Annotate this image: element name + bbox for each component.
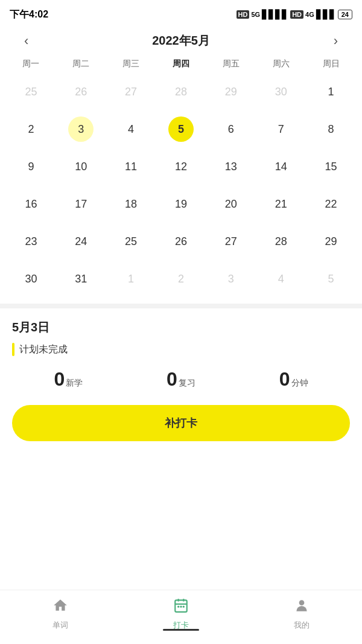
stats-row: 0新学0复习0分钟 xyxy=(12,368,350,391)
day-cell[interactable]: 30 xyxy=(256,73,306,110)
status-bar: 下午4:02 HD 5G ▋▋▋▋ HD 4G ▋▋▋ 24 xyxy=(0,0,362,27)
stat-number: 0 xyxy=(54,368,65,391)
day-cell[interactable]: 19 xyxy=(156,185,206,223)
network-4g: 4G xyxy=(305,11,314,18)
day-cell[interactable]: 26 xyxy=(156,223,206,260)
day-cell[interactable]: 27 xyxy=(106,73,156,110)
day-cell[interactable]: 1 xyxy=(306,73,356,110)
day-cell[interactable]: 23 xyxy=(6,223,56,260)
day-cell[interactable]: 29 xyxy=(206,73,256,110)
svg-point-7 xyxy=(299,600,305,605)
prev-month-button[interactable]: ‹ xyxy=(18,31,34,51)
nav-item-打卡[interactable]: 打卡 xyxy=(157,598,205,631)
calendar-header: ‹ 2022年5月 › xyxy=(0,27,362,55)
day-cell[interactable]: 10 xyxy=(56,148,106,185)
day-cell[interactable]: 21 xyxy=(256,185,306,223)
svg-point-4 xyxy=(177,606,179,608)
day-cell[interactable]: 28 xyxy=(256,223,306,260)
day-cell[interactable]: 11 xyxy=(106,148,156,185)
day-cell[interactable]: 13 xyxy=(206,148,256,185)
detail-section: 5月3日 计划未完成 0新学0复习0分钟 补打卡 xyxy=(0,308,362,459)
weekday-sat: 周六 xyxy=(256,55,306,73)
weekday-wed: 周三 xyxy=(106,55,156,73)
calendar-title: 2022年5月 xyxy=(152,33,210,49)
nav-item-单词[interactable]: 单词 xyxy=(36,598,84,631)
plan-status-label: 计划未完成 xyxy=(19,343,68,356)
day-cell[interactable]: 22 xyxy=(306,185,356,223)
stat-number: 0 xyxy=(167,368,177,391)
nav-icon-打卡 xyxy=(173,598,189,617)
day-cell[interactable]: 16 xyxy=(6,185,56,223)
day-cell[interactable]: 18 xyxy=(106,185,156,223)
day-cell[interactable]: 15 xyxy=(306,148,356,185)
day-cell[interactable]: 29 xyxy=(306,223,356,260)
day-cell[interactable]: 2 xyxy=(6,110,56,148)
weekday-mon: 周一 xyxy=(6,55,56,73)
day-cell[interactable]: 31 xyxy=(56,260,106,298)
selected-date: 5月3日 xyxy=(12,319,350,336)
day-cell[interactable]: 4 xyxy=(106,110,156,148)
nav-item-我的[interactable]: 我的 xyxy=(278,598,326,631)
day-cell[interactable]: 5 xyxy=(156,110,206,148)
section-divider xyxy=(0,304,362,308)
nav-label-我的: 我的 xyxy=(294,620,310,631)
day-cell[interactable]: 20 xyxy=(206,185,256,223)
stat-unit: 分钟 xyxy=(291,378,308,389)
stat-item: 0新学 xyxy=(54,368,83,391)
calendar-grid: 2526272829301234567891011121314151617181… xyxy=(0,73,362,298)
day-cell[interactable]: 1 xyxy=(106,260,156,298)
bottom-nav: 单词打卡我的 xyxy=(0,590,362,644)
day-cell[interactable]: 4 xyxy=(256,260,306,298)
active-tab-indicator xyxy=(163,629,199,631)
stat-unit: 新学 xyxy=(66,378,83,389)
status-time: 下午4:02 xyxy=(10,8,48,21)
hd-badge: HD xyxy=(237,10,250,19)
weekday-tue: 周二 xyxy=(56,55,106,73)
day-cell[interactable]: 28 xyxy=(156,73,206,110)
stat-unit: 复习 xyxy=(179,378,195,389)
signal-bars-2: ▋▋▋ xyxy=(316,10,336,19)
checkin-button[interactable]: 补打卡 xyxy=(12,405,350,441)
day-cell[interactable]: 27 xyxy=(206,223,256,260)
stat-item: 0复习 xyxy=(167,368,195,391)
svg-point-5 xyxy=(180,606,182,608)
nav-icon-我的 xyxy=(294,598,310,617)
day-cell[interactable]: 7 xyxy=(256,110,306,148)
day-cell[interactable]: 30 xyxy=(6,260,56,298)
day-cell[interactable]: 3 xyxy=(206,260,256,298)
day-cell[interactable]: 24 xyxy=(56,223,106,260)
day-cell[interactable]: 12 xyxy=(156,148,206,185)
network-5g: 5G xyxy=(251,11,260,18)
hd-badge-2: HD xyxy=(290,10,303,19)
weekday-thu: 周四 xyxy=(156,55,206,73)
day-cell[interactable]: 26 xyxy=(56,73,106,110)
day-cell[interactable]: 5 xyxy=(306,260,356,298)
stat-item: 0分钟 xyxy=(279,368,308,391)
svg-point-6 xyxy=(183,606,185,608)
day-cell[interactable]: 25 xyxy=(106,223,156,260)
plan-status-bar xyxy=(12,343,14,356)
plan-status-row: 计划未完成 xyxy=(12,343,350,356)
day-cell[interactable]: 14 xyxy=(256,148,306,185)
day-cell[interactable]: 9 xyxy=(6,148,56,185)
nav-label-单词: 单词 xyxy=(52,620,68,631)
day-cell[interactable]: 8 xyxy=(306,110,356,148)
weekdays-row: 周一 周二 周三 周四 周五 周六 周日 xyxy=(0,55,362,73)
battery-icon: 24 xyxy=(338,10,352,19)
status-right-icons: HD 5G ▋▋▋▋ HD 4G ▋▋▋ 24 xyxy=(237,10,352,19)
day-cell[interactable]: 2 xyxy=(156,260,206,298)
day-cell[interactable]: 25 xyxy=(6,73,56,110)
nav-icon-单词 xyxy=(52,598,68,617)
signal-bars-1: ▋▋▋▋ xyxy=(262,10,288,19)
next-month-button[interactable]: › xyxy=(328,31,344,51)
weekday-fri: 周五 xyxy=(206,55,256,73)
day-cell[interactable]: 3 xyxy=(56,110,106,148)
weekday-sun: 周日 xyxy=(306,55,356,73)
stat-number: 0 xyxy=(279,368,290,391)
day-cell[interactable]: 6 xyxy=(206,110,256,148)
day-cell[interactable]: 17 xyxy=(56,185,106,223)
